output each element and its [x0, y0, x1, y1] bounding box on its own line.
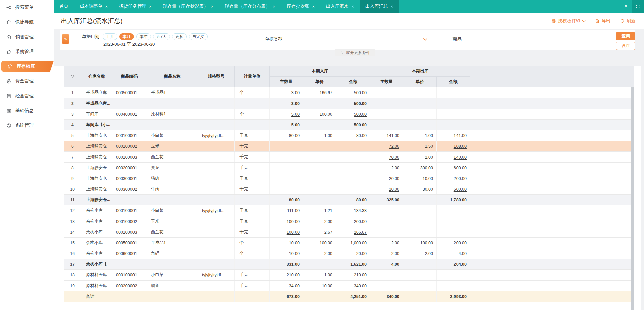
drill-down-link[interactable]: 20.00 — [389, 176, 399, 181]
drill-down-link[interactable]: 141.00 — [387, 133, 399, 138]
tab-成本调整单[interactable]: 成本调整单× — [74, 0, 113, 13]
drill-down-link[interactable]: 2.00 — [391, 166, 399, 170]
drill-down-link[interactable]: 100.00 — [287, 219, 300, 224]
table-row[interactable]: 18原材料仓库000100001小白菜tyjyjtyjtyjdf...千克210… — [64, 270, 634, 281]
table-row[interactable]: 12余杭小库000100001小白菜tyjyjtyjtyjdf...千克111.… — [64, 205, 634, 216]
col-header-in-qty[interactable]: 主数量 — [270, 77, 303, 87]
query-button[interactable]: 查询 — [616, 32, 635, 40]
drill-down-link[interactable]: 80.00 — [356, 133, 367, 138]
sidebar-item-经营管理[interactable]: 经营管理 — [0, 88, 54, 103]
table-row[interactable]: 19原材料仓库000200002鳗鱼千克34.0010.00340.00 — [64, 281, 634, 291]
drill-down-link[interactable]: 20.00 — [356, 251, 367, 256]
sidebar-item-资金管理[interactable]: 资金管理 — [0, 74, 54, 88]
drill-down-link[interactable]: 5.00 — [291, 112, 300, 117]
drill-down-link[interactable]: 210.00 — [287, 273, 300, 277]
drill-down-link[interactable]: 2.00 — [391, 241, 399, 245]
drill-down-link[interactable]: 34.00 — [289, 284, 300, 288]
tab-出入库汇总[interactable]: 出入库汇总× — [360, 0, 399, 13]
tab-close-icon[interactable]: × — [391, 4, 393, 9]
tab-close-icon[interactable]: × — [351, 4, 354, 9]
refresh-button[interactable]: 刷新 — [620, 18, 635, 24]
sidebar-item-快捷导航[interactable]: 快捷导航 — [0, 15, 54, 29]
drill-down-link[interactable]: 500.00 — [354, 112, 367, 117]
collapse-filter-icon[interactable]: » — [62, 34, 69, 44]
fullscreen-icon[interactable] — [632, 0, 644, 13]
drill-down-link[interactable]: 108.00 — [454, 144, 467, 149]
sidebar-item-销售管理[interactable]: 销售管理 — [0, 29, 54, 44]
drill-down-link[interactable]: 3.00 — [291, 90, 300, 95]
drill-down-link[interactable]: 600.00 — [454, 166, 467, 170]
date-pill-更多[interactable]: 更多 — [172, 33, 187, 40]
table-row[interactable]: 1半成品仓库000500001半成品1个3.00166.67500.00 — [64, 87, 634, 98]
vertical-scrollbar[interactable] — [631, 87, 634, 310]
tab-close-icon[interactable]: × — [273, 4, 275, 9]
drill-down-link[interactable]: 140.00 — [454, 155, 467, 160]
drill-down-link[interactable]: 600.00 — [454, 187, 467, 192]
date-pill-本年[interactable]: 本年 — [136, 33, 151, 40]
drill-down-link[interactable]: 70.00 — [389, 155, 399, 160]
export-button[interactable]: 导出 — [595, 18, 610, 24]
drill-down-link[interactable]: 2.00 — [391, 251, 399, 256]
tab-close-icon[interactable]: × — [149, 4, 152, 9]
drill-down-link[interactable]: 141.00 — [454, 133, 467, 138]
col-header-out-qty[interactable]: 主数量 — [370, 77, 403, 87]
drill-down-link[interactable]: 266.67 — [354, 230, 367, 235]
date-pill-近7天[interactable]: 近7天 — [153, 33, 170, 40]
column-settings-gear-icon[interactable] — [64, 66, 81, 87]
subtotal-row[interactable]: 2半成品仓库...3.00500.00 — [64, 98, 634, 109]
col-header-code[interactable]: 商品编码 — [112, 66, 147, 87]
drill-down-link[interactable]: 340.00 — [354, 284, 367, 288]
col-header-in-amount[interactable]: 金额 — [336, 77, 370, 87]
col-header-out-price[interactable]: 单价 — [403, 77, 437, 87]
drill-down-link[interactable]: 200.00 — [354, 219, 367, 224]
chevron-down-icon[interactable] — [582, 20, 586, 22]
tab-拣货任务管理[interactable]: 拣货任务管理× — [113, 0, 157, 13]
chevron-down-icon[interactable] — [423, 38, 427, 41]
table-row[interactable]: 14余杭小库000100003西兰花千克100.002.67266.67 — [64, 227, 634, 238]
col-header-unit[interactable]: 计量单位 — [235, 66, 270, 87]
table-row[interactable]: 7上海静安仓000100003西兰花千克70.002.00140.00 — [64, 152, 634, 163]
drill-down-link[interactable]: 10.00 — [289, 241, 300, 245]
col-header-out-amount[interactable]: 金额 — [437, 77, 470, 87]
table-row[interactable]: 10上海静安仓000300002牛肉千克20.0030.00600.00 — [64, 184, 634, 195]
drill-down-link[interactable]: 134.33 — [354, 208, 367, 213]
col-header-in-price[interactable]: 单价 — [303, 77, 336, 87]
drill-down-link[interactable]: 200.00 — [454, 176, 467, 181]
close-icon[interactable]: × — [620, 0, 632, 13]
settings-button[interactable]: 设置 — [616, 42, 635, 50]
col-header-warehouse[interactable]: 仓库名称 — [81, 66, 112, 87]
sidebar-item-库存核算[interactable]: 库存核算 — [1, 61, 54, 72]
drill-down-link[interactable]: 500.00 — [354, 90, 367, 95]
col-header-name[interactable]: 商品名称 — [147, 66, 198, 87]
sidebar-item-采购管理[interactable]: 采购管理 — [0, 44, 54, 59]
table-row[interactable]: 3车间库000400001原材料1个5.00100.00500.00 — [64, 109, 634, 120]
tab-close-icon[interactable]: × — [312, 4, 315, 9]
subtotal-row[interactable]: 11上海静安仓...80.0080.00325.001,789.00 — [64, 195, 634, 205]
drill-down-link[interactable]: 210.00 — [354, 273, 367, 277]
table-row[interactable]: 16余杭小库000600001角码个10.002.0020.002.002.00… — [64, 248, 634, 259]
drill-down-link[interactable]: 10.00 — [289, 251, 300, 256]
table-row[interactable]: 13余杭小库000100002玉米千克100.002.00200.00 — [64, 216, 634, 227]
print-by-template-button[interactable]: 按模板打印 — [551, 18, 586, 24]
drill-down-link[interactable]: 72.00 — [389, 144, 399, 149]
tab-库存批次账[interactable]: 库存批次账× — [281, 0, 320, 13]
product-picker-ellipsis[interactable]: ... — [602, 36, 608, 42]
tab-close-icon[interactable]: × — [105, 4, 108, 9]
tab-出入库流水[interactable]: 出入库流水× — [320, 0, 360, 13]
col-header-spec[interactable]: 规格型号 — [198, 66, 235, 87]
sidebar-item-基础信息[interactable]: 基础信息 — [0, 103, 54, 118]
date-range-value[interactable]: 2023-06-01 至 2023-06-30 — [103, 41, 155, 47]
drill-down-link[interactable]: 100.00 — [287, 230, 300, 235]
grand-total-row[interactable]: 合计673.004,251.00340.002,993.00 — [64, 291, 634, 302]
table-row[interactable]: 5上海静安仓000100001小白菜tyjyjtyjtyjdf...千克80.0… — [64, 130, 634, 141]
doc-type-input[interactable] — [287, 35, 428, 42]
drill-down-link[interactable]: 80.00 — [289, 133, 300, 138]
drill-down-link[interactable]: 111.00 — [287, 208, 300, 213]
sidebar-item-系统管理[interactable]: 系统管理 — [0, 118, 54, 133]
tab-现存量（库存分布表）[interactable]: 现存量（库存分布表）× — [219, 0, 281, 13]
date-pill-自定义[interactable]: 自定义 — [189, 33, 208, 40]
product-input[interactable] — [466, 35, 600, 42]
sidebar-item-搜索菜单[interactable]: 搜索菜单 — [0, 0, 54, 15]
tab-close-icon[interactable]: × — [211, 4, 214, 9]
table-row[interactable]: 15余杭小库000500001半成品1个10.00100.001,000.002… — [64, 238, 634, 248]
